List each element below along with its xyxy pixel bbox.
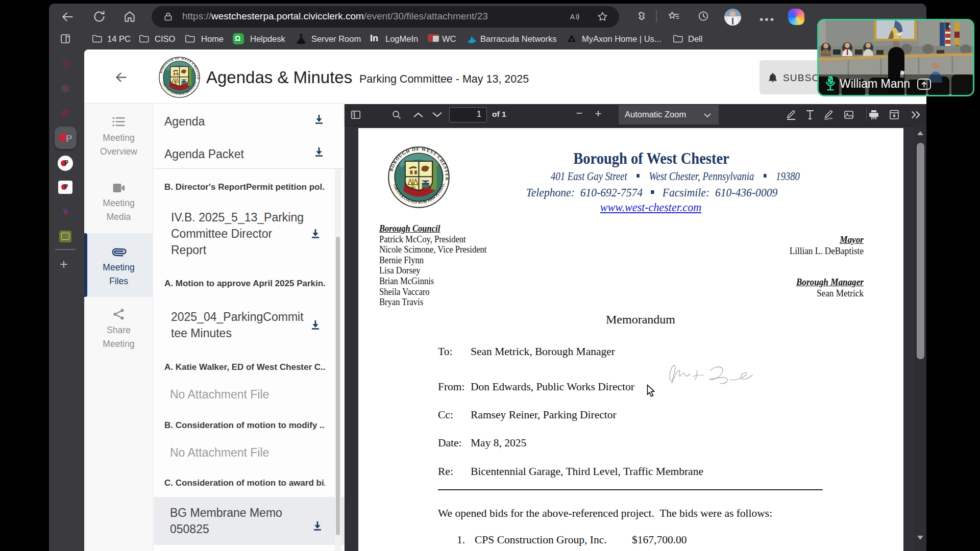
- svg-text:William Mann: William Mann: [840, 77, 910, 90]
- svg-text:A: A: [570, 13, 575, 21]
